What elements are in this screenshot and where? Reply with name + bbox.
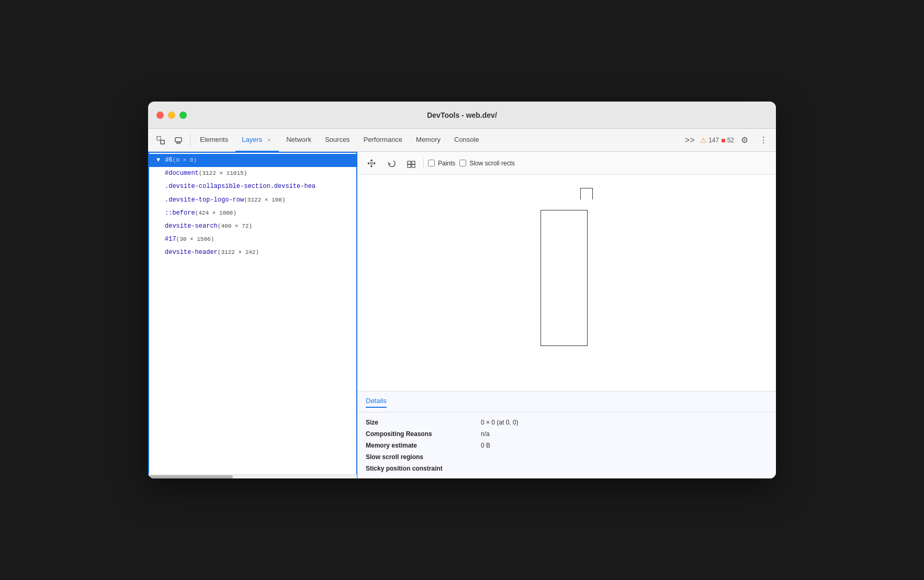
- details-key-size: Size: [366, 419, 481, 426]
- details-key-memory: Memory estimate: [366, 442, 481, 449]
- canvas-toolbar-divider: [423, 158, 424, 169]
- more-tabs-button[interactable]: >>: [681, 132, 698, 149]
- layer-dims-search: (400 × 72): [218, 223, 252, 229]
- rotate-icon: [387, 159, 396, 168]
- details-key-compositing: Compositing Reasons: [366, 430, 481, 438]
- maximize-button[interactable]: [179, 111, 187, 119]
- svg-rect-6: [412, 161, 415, 164]
- details-value-compositing: n/a: [481, 430, 490, 438]
- layer-toggle-root: ▼: [156, 157, 160, 164]
- slow-scroll-checkbox[interactable]: [459, 160, 466, 166]
- toolbar-divider-1: [190, 134, 190, 147]
- devtools-window: DevTools - web.dev/ Elements Layers × Ne…: [148, 102, 776, 478]
- svg-point-4: [370, 162, 373, 164]
- title-bar: DevTools - web.dev/: [148, 102, 776, 129]
- details-table: Size 0 × 0 (at 0, 0) Compositing Reasons…: [357, 412, 776, 478]
- layer-item-collapsible[interactable]: .devsite-collapsible-section.devsite-hea: [148, 180, 357, 193]
- layer-dims-header: (3122 × 242): [218, 249, 259, 255]
- scrollbar-thumb[interactable]: [149, 475, 233, 478]
- details-key-sticky: Sticky position constraint: [366, 465, 481, 472]
- selector-icon-button[interactable]: [152, 132, 169, 149]
- layer-item-header[interactable]: devsite-header(3122 × 242): [148, 246, 357, 259]
- warning-icon: ⚠: [700, 136, 707, 144]
- slow-scroll-checkbox-label[interactable]: Slow scroll rects: [459, 160, 515, 167]
- details-tab[interactable]: Details: [366, 397, 387, 408]
- menu-button[interactable]: ⋮: [755, 132, 772, 149]
- tab-layers-close[interactable]: ×: [265, 136, 273, 143]
- layer-item-before[interactable]: ::before(424 × 1000): [148, 207, 357, 220]
- details-row-compositing: Compositing Reasons n/a: [357, 428, 776, 440]
- reset-tool-button[interactable]: [403, 155, 419, 171]
- pan-icon: [367, 159, 376, 168]
- errors-badge: ■ 52: [721, 136, 734, 144]
- layer-item-document[interactable]: #document(3122 × 11015): [148, 167, 357, 180]
- horizontal-scrollbar[interactable]: [148, 474, 357, 478]
- menu-icon: ⋮: [759, 135, 768, 145]
- svg-rect-1: [161, 140, 164, 144]
- details-key-slow-scroll: Slow scroll regions: [366, 453, 481, 461]
- tab-console[interactable]: Console: [448, 129, 486, 152]
- layer-name-header: devsite-header: [165, 249, 218, 256]
- settings-button[interactable]: ⚙: [736, 132, 753, 149]
- layer-name-collapsible: .devsite-collapsible-section.devsite-hea: [165, 183, 315, 190]
- error-icon: ■: [721, 136, 725, 144]
- close-button[interactable]: [156, 111, 164, 119]
- svg-rect-7: [408, 164, 411, 168]
- details-row-slow-scroll: Slow scroll regions: [357, 451, 776, 463]
- page-tab-outline: [580, 188, 593, 199]
- layer-item-17[interactable]: #17(30 × 1506): [148, 233, 357, 246]
- traffic-lights: [156, 111, 187, 119]
- canvas-toolbar: Paints Slow scroll rects: [357, 152, 776, 175]
- device-icon: [174, 136, 183, 144]
- rotate-tool-button[interactable]: [384, 155, 399, 171]
- reset-icon: [407, 159, 416, 168]
- svg-rect-5: [408, 161, 411, 164]
- toolbar: Elements Layers × Network Sources Perfor…: [148, 129, 776, 152]
- svg-rect-0: [157, 137, 161, 140]
- tab-layers[interactable]: Layers ×: [235, 129, 279, 152]
- tab-network[interactable]: Network: [280, 129, 318, 152]
- layer-dims-logo-row: (3122 × 108): [244, 197, 285, 203]
- layer-name-before: ::before: [165, 209, 195, 217]
- details-row-memory: Memory estimate 0 B: [357, 440, 776, 451]
- details-panel: Details Size 0 × 0 (at 0, 0) Compositing…: [357, 391, 776, 478]
- tab-performance[interactable]: Performance: [357, 129, 409, 152]
- layer-name-document: #document: [165, 170, 199, 177]
- selector-icon: [156, 136, 165, 144]
- svg-rect-2: [175, 138, 182, 142]
- layer-name-search: devsite-search: [165, 222, 218, 230]
- layer-name-root: #6: [165, 157, 172, 164]
- details-header: Details: [357, 392, 776, 412]
- pan-tool-button[interactable]: [364, 155, 379, 171]
- main-content: ▼ #6(0 × 0) #document(3122 × 11015) .dev…: [148, 152, 776, 478]
- paints-label: Paints: [438, 160, 455, 167]
- layer-dims-root: (0 × 0): [173, 157, 197, 163]
- svg-rect-3: [177, 142, 180, 143]
- warnings-badge: ⚠ 147: [700, 136, 719, 144]
- page-outline: [540, 210, 588, 346]
- slow-scroll-label: Slow scroll rects: [469, 160, 515, 167]
- canvas-area[interactable]: [357, 175, 776, 391]
- details-row-size: Size 0 × 0 (at 0, 0): [357, 417, 776, 428]
- layer-item-logo-row[interactable]: .devsite-top-logo-row(3122 × 108): [148, 194, 357, 207]
- tab-sources[interactable]: Sources: [319, 129, 356, 152]
- paints-checkbox-label[interactable]: Paints: [428, 160, 455, 167]
- layers-tree[interactable]: ▼ #6(0 × 0) #document(3122 × 11015) .dev…: [148, 152, 357, 474]
- minimize-button[interactable]: [168, 111, 175, 119]
- layer-dims-17: (30 × 1506): [176, 236, 215, 242]
- details-value-memory: 0 B: [481, 442, 490, 449]
- layer-name-17: #17: [165, 236, 176, 243]
- details-value-size: 0 × 0 (at 0, 0): [481, 419, 519, 426]
- paints-checkbox[interactable]: [428, 160, 435, 166]
- tab-memory[interactable]: Memory: [410, 129, 447, 152]
- layer-name-logo-row: .devsite-top-logo-row: [165, 196, 244, 204]
- layers-panel: ▼ #6(0 × 0) #document(3122 × 11015) .dev…: [148, 152, 357, 478]
- device-icon-button[interactable]: [170, 132, 187, 149]
- toolbar-right: >> ⚠ 147 ■ 52 ⚙ ⋮: [681, 132, 772, 149]
- tab-elements[interactable]: Elements: [194, 129, 234, 152]
- layer-item-root[interactable]: ▼ #6(0 × 0): [148, 154, 357, 167]
- layer-dims-before: (424 × 1000): [195, 210, 236, 216]
- window-title: DevTools - web.dev/: [427, 111, 497, 119]
- right-panel: Paints Slow scroll rects Details: [357, 152, 776, 478]
- layer-item-search[interactable]: devsite-search(400 × 72): [148, 220, 357, 233]
